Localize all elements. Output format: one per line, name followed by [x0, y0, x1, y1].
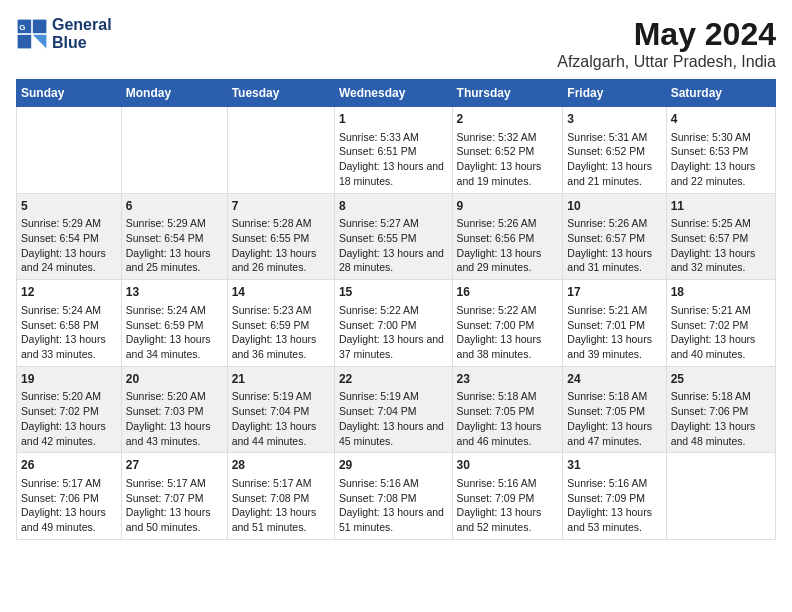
day-number: 26	[21, 457, 117, 474]
table-cell: 9Sunrise: 5:26 AMSunset: 6:56 PMDaylight…	[452, 193, 563, 280]
day-info: Sunrise: 5:33 AMSunset: 6:51 PMDaylight:…	[339, 130, 448, 189]
day-number: 14	[232, 284, 330, 301]
day-number: 9	[457, 198, 559, 215]
day-info: Sunrise: 5:17 AMSunset: 7:08 PMDaylight:…	[232, 476, 330, 535]
table-cell: 1Sunrise: 5:33 AMSunset: 6:51 PMDaylight…	[334, 107, 452, 194]
day-info: Sunrise: 5:24 AMSunset: 6:58 PMDaylight:…	[21, 303, 117, 362]
day-number: 19	[21, 371, 117, 388]
day-info: Sunrise: 5:21 AMSunset: 7:02 PMDaylight:…	[671, 303, 771, 362]
table-cell: 21Sunrise: 5:19 AMSunset: 7:04 PMDayligh…	[227, 366, 334, 453]
table-cell: 7Sunrise: 5:28 AMSunset: 6:55 PMDaylight…	[227, 193, 334, 280]
day-number: 3	[567, 111, 661, 128]
table-cell: 25Sunrise: 5:18 AMSunset: 7:06 PMDayligh…	[666, 366, 775, 453]
table-cell	[227, 107, 334, 194]
main-title: May 2024	[557, 16, 776, 53]
calendar-row: 26Sunrise: 5:17 AMSunset: 7:06 PMDayligh…	[17, 453, 776, 540]
table-cell: 22Sunrise: 5:19 AMSunset: 7:04 PMDayligh…	[334, 366, 452, 453]
day-info: Sunrise: 5:32 AMSunset: 6:52 PMDaylight:…	[457, 130, 559, 189]
table-cell	[666, 453, 775, 540]
table-cell: 30Sunrise: 5:16 AMSunset: 7:09 PMDayligh…	[452, 453, 563, 540]
day-number: 5	[21, 198, 117, 215]
day-number: 31	[567, 457, 661, 474]
day-info: Sunrise: 5:30 AMSunset: 6:53 PMDaylight:…	[671, 130, 771, 189]
svg-text:G: G	[19, 23, 25, 32]
table-cell: 31Sunrise: 5:16 AMSunset: 7:09 PMDayligh…	[563, 453, 666, 540]
table-cell: 27Sunrise: 5:17 AMSunset: 7:07 PMDayligh…	[121, 453, 227, 540]
calendar-row: 19Sunrise: 5:20 AMSunset: 7:02 PMDayligh…	[17, 366, 776, 453]
table-cell: 11Sunrise: 5:25 AMSunset: 6:57 PMDayligh…	[666, 193, 775, 280]
table-cell: 26Sunrise: 5:17 AMSunset: 7:06 PMDayligh…	[17, 453, 122, 540]
day-info: Sunrise: 5:25 AMSunset: 6:57 PMDaylight:…	[671, 216, 771, 275]
day-info: Sunrise: 5:16 AMSunset: 7:09 PMDaylight:…	[567, 476, 661, 535]
table-cell: 12Sunrise: 5:24 AMSunset: 6:58 PMDayligh…	[17, 280, 122, 367]
day-info: Sunrise: 5:23 AMSunset: 6:59 PMDaylight:…	[232, 303, 330, 362]
table-cell: 10Sunrise: 5:26 AMSunset: 6:57 PMDayligh…	[563, 193, 666, 280]
day-number: 24	[567, 371, 661, 388]
day-info: Sunrise: 5:21 AMSunset: 7:01 PMDaylight:…	[567, 303, 661, 362]
day-number: 25	[671, 371, 771, 388]
subtitle: Afzalgarh, Uttar Pradesh, India	[557, 53, 776, 71]
day-info: Sunrise: 5:18 AMSunset: 7:05 PMDaylight:…	[457, 389, 559, 448]
col-sunday: Sunday	[17, 80, 122, 107]
table-cell: 14Sunrise: 5:23 AMSunset: 6:59 PMDayligh…	[227, 280, 334, 367]
day-info: Sunrise: 5:20 AMSunset: 7:03 PMDaylight:…	[126, 389, 223, 448]
day-info: Sunrise: 5:16 AMSunset: 7:08 PMDaylight:…	[339, 476, 448, 535]
day-info: Sunrise: 5:20 AMSunset: 7:02 PMDaylight:…	[21, 389, 117, 448]
col-monday: Monday	[121, 80, 227, 107]
header: G General Blue May 2024 Afzalgarh, Uttar…	[16, 16, 776, 71]
table-cell: 24Sunrise: 5:18 AMSunset: 7:05 PMDayligh…	[563, 366, 666, 453]
col-wednesday: Wednesday	[334, 80, 452, 107]
table-cell: 8Sunrise: 5:27 AMSunset: 6:55 PMDaylight…	[334, 193, 452, 280]
svg-rect-3	[18, 35, 32, 49]
table-cell: 18Sunrise: 5:21 AMSunset: 7:02 PMDayligh…	[666, 280, 775, 367]
col-tuesday: Tuesday	[227, 80, 334, 107]
logo-icon: G	[16, 18, 48, 50]
calendar-row: 1Sunrise: 5:33 AMSunset: 6:51 PMDaylight…	[17, 107, 776, 194]
table-cell	[17, 107, 122, 194]
logo: G General Blue	[16, 16, 112, 52]
day-number: 7	[232, 198, 330, 215]
table-cell: 28Sunrise: 5:17 AMSunset: 7:08 PMDayligh…	[227, 453, 334, 540]
header-row: Sunday Monday Tuesday Wednesday Thursday…	[17, 80, 776, 107]
day-info: Sunrise: 5:19 AMSunset: 7:04 PMDaylight:…	[232, 389, 330, 448]
table-cell: 15Sunrise: 5:22 AMSunset: 7:00 PMDayligh…	[334, 280, 452, 367]
table-cell: 5Sunrise: 5:29 AMSunset: 6:54 PMDaylight…	[17, 193, 122, 280]
day-number: 15	[339, 284, 448, 301]
table-cell: 3Sunrise: 5:31 AMSunset: 6:52 PMDaylight…	[563, 107, 666, 194]
svg-rect-2	[33, 20, 47, 34]
day-number: 10	[567, 198, 661, 215]
day-info: Sunrise: 5:26 AMSunset: 6:56 PMDaylight:…	[457, 216, 559, 275]
logo-text: General Blue	[52, 16, 112, 52]
day-info: Sunrise: 5:29 AMSunset: 6:54 PMDaylight:…	[21, 216, 117, 275]
day-info: Sunrise: 5:18 AMSunset: 7:05 PMDaylight:…	[567, 389, 661, 448]
day-info: Sunrise: 5:22 AMSunset: 7:00 PMDaylight:…	[457, 303, 559, 362]
col-friday: Friday	[563, 80, 666, 107]
day-number: 28	[232, 457, 330, 474]
table-cell: 20Sunrise: 5:20 AMSunset: 7:03 PMDayligh…	[121, 366, 227, 453]
col-saturday: Saturday	[666, 80, 775, 107]
day-number: 8	[339, 198, 448, 215]
title-area: May 2024 Afzalgarh, Uttar Pradesh, India	[557, 16, 776, 71]
table-cell: 4Sunrise: 5:30 AMSunset: 6:53 PMDaylight…	[666, 107, 775, 194]
day-info: Sunrise: 5:18 AMSunset: 7:06 PMDaylight:…	[671, 389, 771, 448]
day-info: Sunrise: 5:22 AMSunset: 7:00 PMDaylight:…	[339, 303, 448, 362]
day-number: 13	[126, 284, 223, 301]
day-info: Sunrise: 5:17 AMSunset: 7:06 PMDaylight:…	[21, 476, 117, 535]
calendar-table: Sunday Monday Tuesday Wednesday Thursday…	[16, 79, 776, 540]
day-number: 22	[339, 371, 448, 388]
day-info: Sunrise: 5:29 AMSunset: 6:54 PMDaylight:…	[126, 216, 223, 275]
table-cell: 23Sunrise: 5:18 AMSunset: 7:05 PMDayligh…	[452, 366, 563, 453]
day-info: Sunrise: 5:26 AMSunset: 6:57 PMDaylight:…	[567, 216, 661, 275]
day-number: 2	[457, 111, 559, 128]
table-cell: 2Sunrise: 5:32 AMSunset: 6:52 PMDaylight…	[452, 107, 563, 194]
day-number: 18	[671, 284, 771, 301]
day-number: 17	[567, 284, 661, 301]
day-number: 6	[126, 198, 223, 215]
table-cell: 29Sunrise: 5:16 AMSunset: 7:08 PMDayligh…	[334, 453, 452, 540]
table-cell: 13Sunrise: 5:24 AMSunset: 6:59 PMDayligh…	[121, 280, 227, 367]
day-number: 12	[21, 284, 117, 301]
day-number: 21	[232, 371, 330, 388]
table-cell: 6Sunrise: 5:29 AMSunset: 6:54 PMDaylight…	[121, 193, 227, 280]
col-thursday: Thursday	[452, 80, 563, 107]
day-info: Sunrise: 5:19 AMSunset: 7:04 PMDaylight:…	[339, 389, 448, 448]
